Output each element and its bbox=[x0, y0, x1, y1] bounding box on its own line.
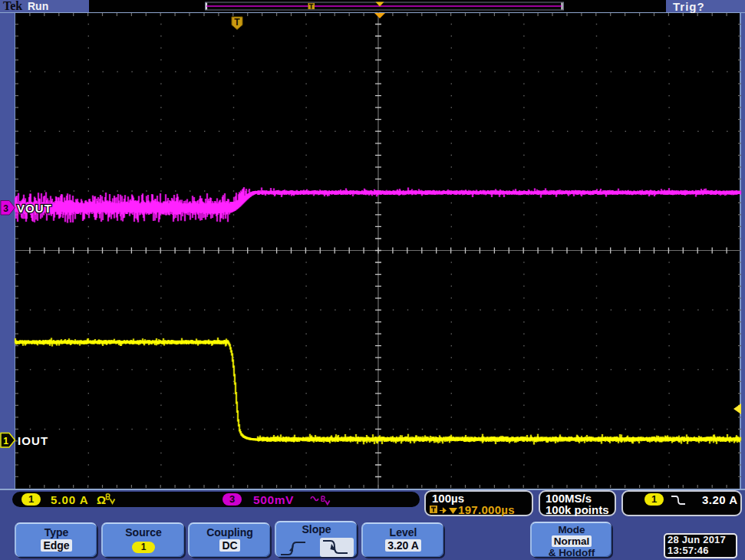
svg-text:1: 1 bbox=[3, 436, 8, 446]
svg-text:VOUT: VOUT bbox=[17, 202, 52, 215]
svg-text:IOUT: IOUT bbox=[18, 434, 48, 447]
svg-text:3: 3 bbox=[3, 203, 8, 214]
svg-text:T: T bbox=[234, 17, 240, 28]
